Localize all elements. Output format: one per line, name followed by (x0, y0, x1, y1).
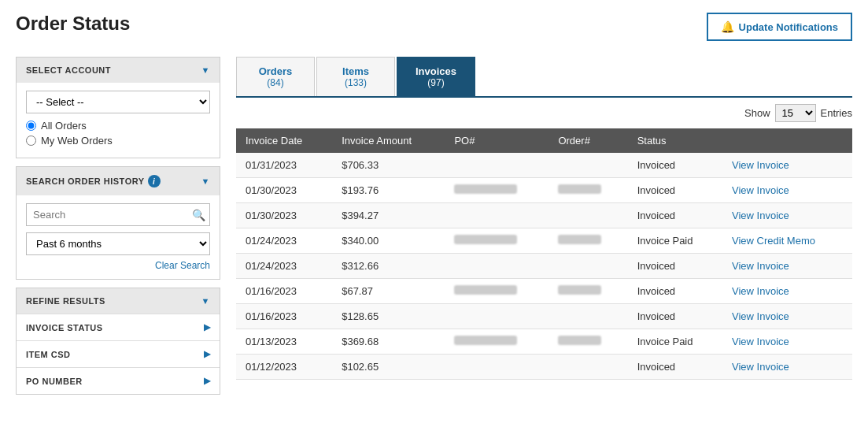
po-number-cell (445, 228, 549, 254)
invoice-date-cell: 01/30/2023 (236, 178, 332, 203)
view-invoice-link[interactable]: View Invoice (732, 210, 789, 221)
date-range-select[interactable]: Past 6 months Past 3 months Past month P… (26, 232, 210, 255)
search-icon-button[interactable]: 🔍 (192, 209, 205, 221)
entries-label: Entries (821, 107, 852, 119)
filter-po-number[interactable]: PO NUMBER ▶ (17, 367, 220, 394)
order-number-cell (549, 355, 627, 380)
tab-invoices[interactable]: Invoices (97) (397, 57, 475, 96)
view-credit-memo-link[interactable]: View Credit Memo (732, 235, 815, 247)
search-input[interactable] (26, 203, 210, 226)
table-row: 01/16/2023$128.65InvoicedView Invoice (236, 304, 852, 329)
select-account-chevron-icon: ▼ (201, 65, 210, 75)
po-number-cell (445, 329, 549, 355)
status-cell: Invoiced (628, 279, 722, 304)
all-orders-radio[interactable] (26, 121, 36, 131)
update-notifications-label: Update Notifications (739, 21, 838, 33)
view-invoice-link[interactable]: View Invoice (732, 159, 789, 171)
invoice-date-cell: 01/13/2023 (236, 329, 332, 355)
table-row: 01/30/2023$394.27InvoicedView Invoice (236, 203, 852, 228)
po-number-cell (445, 178, 549, 203)
tab-items-count: (133) (333, 77, 379, 88)
po-number-cell (445, 355, 549, 380)
tab-orders-name: Orders (253, 65, 298, 77)
order-number-cell (549, 254, 627, 279)
status-cell: Invoiced (628, 203, 722, 228)
filter-po-number-label: PO NUMBER (26, 377, 83, 386)
account-dropdown[interactable]: -- Select -- (26, 91, 210, 113)
select-account-section: SELECT ACCOUNT ▼ -- Select -- All Orders (16, 57, 220, 158)
table-row: 01/31/2023$706.33InvoicedView Invoice (236, 153, 852, 178)
filter-item-csd[interactable]: ITEM CSD ▶ (17, 340, 220, 367)
content-area: Orders (84) Items (133) Invoices (97) Sh… (236, 57, 852, 403)
tab-items[interactable]: Items (133) (316, 57, 395, 96)
all-orders-radio-label[interactable]: All Orders (26, 120, 210, 132)
status-cell: Invoiced (628, 355, 722, 380)
search-order-history-section: SEARCH ORDER HISTORY i ▼ 🔍 Past 6 months (16, 166, 220, 280)
view-invoice-link[interactable]: View Invoice (732, 361, 789, 373)
bell-icon: 🔔 (721, 20, 734, 33)
my-web-orders-radio[interactable] (26, 136, 36, 146)
page-title: Order Status (16, 13, 130, 35)
action-cell: View Invoice (722, 304, 852, 329)
refine-results-header[interactable]: REFINE RESULTS ▼ (17, 288, 220, 314)
update-notifications-button[interactable]: 🔔 Update Notifications (707, 13, 852, 41)
action-cell: View Invoice (722, 203, 852, 228)
invoice-amount-cell: $394.27 (332, 203, 445, 228)
action-cell: View Invoice (722, 153, 852, 178)
view-invoice-link[interactable]: View Invoice (732, 336, 789, 347)
invoice-date-cell: 01/12/2023 (236, 355, 332, 380)
view-invoice-link[interactable]: View Invoice (732, 310, 789, 322)
all-orders-label: All Orders (41, 120, 87, 132)
order-number-cell (549, 279, 627, 304)
order-number-cell (549, 329, 627, 355)
col-invoice-date: Invoice Date (236, 128, 332, 153)
entries-per-page-select[interactable]: 10 15 25 50 100 (775, 104, 816, 122)
search-order-history-body: 🔍 Past 6 months Past 3 months Past month… (17, 195, 220, 279)
invoice-date-cell: 01/16/2023 (236, 304, 332, 329)
po-number-cell (445, 153, 549, 178)
refine-results-label: REFINE RESULTS (26, 296, 105, 306)
search-icon: 🔍 (192, 209, 205, 221)
invoice-amount-cell: $102.65 (332, 355, 445, 380)
status-cell: Invoice Paid (628, 228, 722, 254)
col-po-number: PO# (445, 128, 549, 153)
col-status: Status (628, 128, 722, 153)
table-row: 01/24/2023$312.66InvoicedView Invoice (236, 254, 852, 279)
table-header: Invoice Date Invoice Amount PO# Order# S… (236, 128, 852, 153)
invoice-amount-cell: $193.76 (332, 178, 445, 203)
search-input-wrapper: 🔍 (26, 203, 210, 226)
order-number-cell (549, 228, 627, 254)
po-number-cell (445, 304, 549, 329)
table-row: 01/16/2023$67.87InvoicedView Invoice (236, 279, 852, 304)
view-invoice-link[interactable]: View Invoice (732, 285, 789, 297)
tab-invoices-name: Invoices (413, 65, 459, 77)
action-cell: View Credit Memo (722, 228, 852, 254)
show-label: Show (744, 107, 770, 119)
refine-results-chevron-icon: ▼ (201, 296, 210, 306)
show-entries-row: Show 10 15 25 50 100 Entries (236, 98, 852, 128)
filter-item-csd-chevron-icon: ▶ (204, 349, 211, 359)
action-cell: View Invoice (722, 279, 852, 304)
status-cell: Invoiced (628, 178, 722, 203)
invoice-date-cell: 01/16/2023 (236, 279, 332, 304)
po-number-cell (445, 254, 549, 279)
search-order-history-header[interactable]: SEARCH ORDER HISTORY i ▼ (17, 167, 220, 195)
status-cell: Invoiced (628, 254, 722, 279)
tab-orders-count: (84) (253, 77, 298, 88)
filter-invoice-status-label: INVOICE STATUS (26, 323, 103, 332)
filter-invoice-status[interactable]: INVOICE STATUS ▶ (17, 314, 220, 340)
order-type-radio-group: All Orders My Web Orders (26, 120, 210, 147)
invoice-date-cell: 01/24/2023 (236, 228, 332, 254)
select-account-header[interactable]: SELECT ACCOUNT ▼ (17, 58, 220, 83)
clear-search-link[interactable]: Clear Search (26, 260, 210, 271)
my-web-orders-radio-label[interactable]: My Web Orders (26, 135, 210, 147)
view-invoice-link[interactable]: View Invoice (732, 260, 789, 272)
tab-orders[interactable]: Orders (84) (236, 57, 315, 96)
table-row: 01/30/2023$193.76InvoicedView Invoice (236, 178, 852, 203)
order-number-cell (549, 178, 627, 203)
invoice-table: Invoice Date Invoice Amount PO# Order# S… (236, 128, 852, 380)
table-row: 01/24/2023$340.00Invoice PaidView Credit… (236, 228, 852, 254)
view-invoice-link[interactable]: View Invoice (732, 184, 789, 196)
table-row: 01/12/2023$102.65InvoicedView Invoice (236, 355, 852, 380)
filter-item-csd-label: ITEM CSD (26, 350, 71, 359)
